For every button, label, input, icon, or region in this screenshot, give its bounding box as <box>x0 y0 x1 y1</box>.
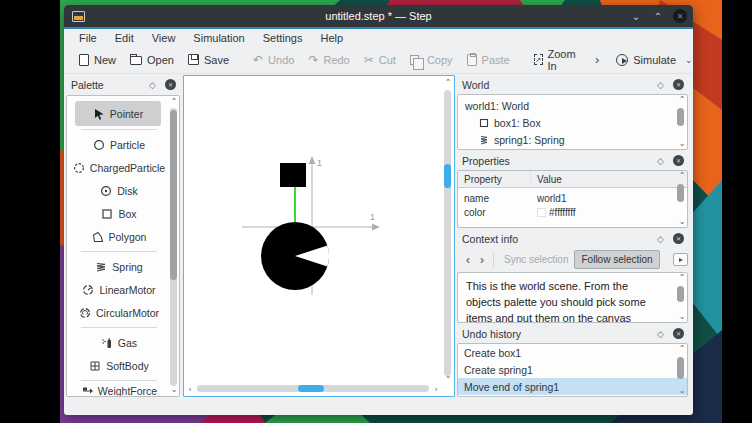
context-scroll-down-icon[interactable]: ⌄ <box>677 313 687 321</box>
cut-button[interactable]: ✂ Cut <box>357 50 403 70</box>
palette-item-particle[interactable]: Particle <box>69 133 169 156</box>
titlebar[interactable]: untitled.step * — Step ⌄ ⌃ ✕ <box>64 5 693 27</box>
tree-item-box1[interactable]: box1: Box <box>458 114 687 131</box>
undo-history-float-icon[interactable]: ◇ <box>657 329 664 339</box>
copy-icon <box>410 55 419 65</box>
menu-view[interactable]: View <box>143 30 185 46</box>
palette-item-weightforce[interactable]: WeightForce <box>69 384 169 397</box>
world-scroll-up-icon[interactable]: ⌃ <box>677 96 687 104</box>
tree-item-spring1[interactable]: spring1: Spring <box>458 131 687 148</box>
palette-item-polygon[interactable]: Polygon <box>69 225 169 248</box>
maximize-button[interactable]: ⌃ <box>651 9 665 23</box>
charged-particle-icon <box>73 162 85 174</box>
palette-separator <box>81 380 157 381</box>
world-scrollbar-thumb[interactable] <box>677 108 684 126</box>
properties-scroll-down-icon[interactable]: ⌄ <box>677 218 687 226</box>
canvas-horizontal-scrollbar-thumb[interactable] <box>298 385 324 392</box>
canvas-vertical-scrollbar[interactable] <box>444 90 451 376</box>
simulate-button[interactable]: Simulate <box>609 50 683 70</box>
menu-file[interactable]: File <box>70 30 106 46</box>
circular-motor-icon <box>79 307 91 319</box>
box-icon <box>479 118 489 128</box>
close-button[interactable]: ✕ <box>673 9 687 23</box>
palette-item-softbody[interactable]: SoftBody <box>69 354 169 377</box>
palette-item-pointer[interactable]: Pointer <box>75 101 161 126</box>
context-back-button[interactable]: ‹ <box>461 253 475 267</box>
properties-scroll-up-icon[interactable]: ⌃ <box>677 172 687 180</box>
context-info-panel-title: Context info <box>457 233 657 245</box>
property-column-header[interactable]: Property <box>458 171 531 187</box>
palette-float-icon[interactable]: ◇ <box>149 80 156 90</box>
properties-scrollbar-thumb[interactable] <box>677 184 684 202</box>
undo-item-create-spring1[interactable]: Create spring1 <box>458 361 687 378</box>
palette-item-linearmotor[interactable]: LinearMotor <box>69 278 169 301</box>
undo-history-close-icon[interactable]: ✕ <box>673 328 684 339</box>
x-axis-tick-label: 1 <box>370 212 375 222</box>
undo-scroll-up-icon[interactable]: ⌃ <box>677 345 687 353</box>
palette-close-icon[interactable]: ✕ <box>165 79 176 90</box>
canvas-scroll-up-icon[interactable]: ⌃ <box>443 79 453 87</box>
new-button[interactable]: New <box>72 50 123 70</box>
properties-close-icon[interactable]: ✕ <box>673 155 684 166</box>
canvas-vertical-scrollbar-thumb[interactable] <box>444 164 451 188</box>
property-row-color[interactable]: color #ffffffff <box>458 205 687 219</box>
undo-icon: ↶ <box>253 54 263 66</box>
tree-item-world1[interactable]: world1: World <box>458 97 687 114</box>
world-close-icon[interactable]: ✕ <box>673 79 684 90</box>
gas-icon <box>101 337 113 349</box>
palette-scroll-down-icon[interactable]: ⌄ <box>169 386 179 394</box>
sync-selection-button[interactable]: Sync selection <box>498 251 574 268</box>
context-scrollbar-thumb[interactable] <box>677 286 684 302</box>
redo-button[interactable]: ↷ Redo <box>301 50 356 70</box>
open-in-browser-icon[interactable] <box>673 253 688 266</box>
palette-panel-header: Palette ◇ ✕ <box>66 76 180 93</box>
palette-scroll-up-icon[interactable]: ⌃ <box>169 98 179 106</box>
undo-item-move-end-of-spring1[interactable]: Move end of spring1 <box>458 378 687 395</box>
context-scroll-up-icon[interactable]: ⌃ <box>677 274 687 282</box>
spring-icon <box>95 261 107 273</box>
undo-item-create-box1[interactable]: Create box1 <box>458 344 687 361</box>
palette-item-circularmotor[interactable]: CircularMotor <box>69 301 169 324</box>
palette-separator <box>81 129 157 130</box>
canvas-scroll-down-icon[interactable]: ⌄ <box>443 372 453 380</box>
world-scroll-down-icon[interactable]: ⌄ <box>677 140 687 148</box>
paste-button[interactable]: Paste <box>460 50 517 70</box>
palette-item-box[interactable]: Box <box>69 202 169 225</box>
undo-scroll-down-icon[interactable]: ⌄ <box>677 387 687 395</box>
cut-icon: ✂ <box>364 54 374 66</box>
copy-button[interactable]: Copy <box>403 50 460 70</box>
undo-scrollbar-thumb[interactable] <box>677 357 684 379</box>
palette-item-disk[interactable]: Disk <box>69 179 169 202</box>
palette-item-spring[interactable]: Spring <box>69 255 169 278</box>
canvas-scroll-right-icon[interactable]: › <box>432 386 440 394</box>
undo-button[interactable]: ↶ Undo <box>246 50 301 70</box>
toolbar-overflow-chevron[interactable]: › <box>585 52 609 67</box>
zoom-in-button[interactable]: ↗ Zoom In <box>527 44 585 76</box>
palette-scrollbar-thumb[interactable] <box>170 110 177 280</box>
context-toolbar-separator <box>493 253 494 267</box>
context-info-float-icon[interactable]: ◇ <box>657 234 664 244</box>
menu-simulation[interactable]: Simulation <box>184 30 253 46</box>
canvas-scroll-left-icon[interactable]: ‹ <box>185 386 195 394</box>
context-info-close-icon[interactable]: ✕ <box>673 233 684 244</box>
properties-float-icon[interactable]: ◇ <box>657 156 664 166</box>
palette-item-gas[interactable]: Gas <box>69 331 169 354</box>
context-forward-button[interactable]: › <box>475 253 489 267</box>
value-column-header[interactable]: Value <box>531 174 687 185</box>
menu-help[interactable]: Help <box>311 30 352 46</box>
palette-panel-title: Palette <box>66 79 149 91</box>
property-row-name[interactable]: name world1 <box>458 191 687 205</box>
world-float-icon[interactable]: ◇ <box>657 80 664 90</box>
menubar: File Edit View Simulation Settings Help <box>64 29 693 46</box>
menu-settings[interactable]: Settings <box>254 30 312 46</box>
world-scene-canvas[interactable]: 1 1 ⌃ ⌄ ‹ › <box>183 75 455 397</box>
minimize-button[interactable]: ⌄ <box>629 9 643 23</box>
save-button[interactable]: Save <box>181 50 236 70</box>
open-button[interactable]: Open <box>123 50 181 70</box>
properties-table-header: Property Value <box>458 171 687 188</box>
palette-panel: Pointer Particle ChargedParticle Disk <box>66 95 180 397</box>
follow-selection-button[interactable]: Follow selection <box>574 250 659 269</box>
palette-item-chargedparticle[interactable]: ChargedParticle <box>69 156 169 179</box>
menu-edit[interactable]: Edit <box>106 30 143 46</box>
simulate-dropdown-arrow[interactable]: ⌄ <box>685 55 693 65</box>
